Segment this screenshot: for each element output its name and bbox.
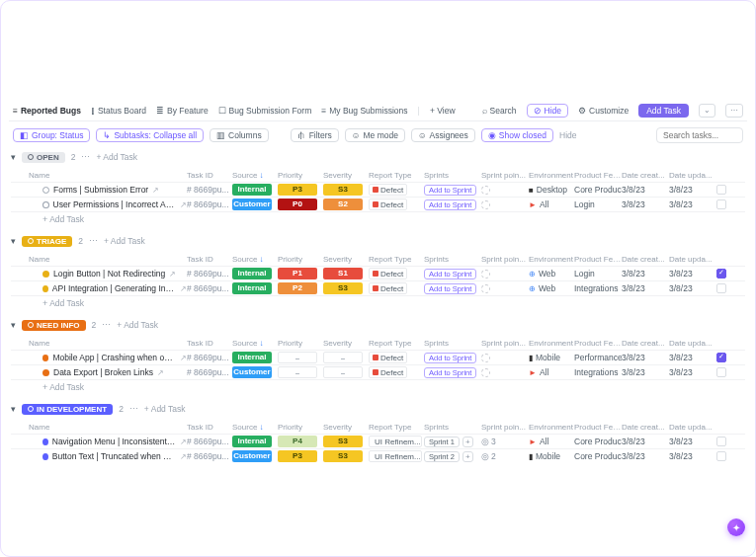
col-severity[interactable]: Severity xyxy=(323,255,369,264)
hide-link[interactable]: Hide xyxy=(559,130,576,140)
col-date-updated[interactable]: Date upda... xyxy=(669,423,716,432)
col-product-feature[interactable]: Product Feature xyxy=(574,423,622,432)
col-report-type[interactable]: Report Type xyxy=(369,255,424,264)
status-pill[interactable]: OPEN xyxy=(22,152,65,163)
severity-badge[interactable]: – xyxy=(323,366,363,378)
env-cell[interactable]: ▮Mobile xyxy=(529,353,574,362)
feature-cell[interactable]: Core Product xyxy=(574,185,622,195)
col-environment[interactable]: Environment xyxy=(529,171,574,180)
task-row[interactable]: Navigation Menu | Inconsistent Font Si..… xyxy=(11,434,745,448)
col-name[interactable]: Name xyxy=(29,423,187,432)
task-name[interactable]: User Permissions | Incorrect Access xyxy=(53,199,176,209)
source-badge[interactable]: Internal xyxy=(232,352,272,363)
group-more[interactable]: ⋯ xyxy=(129,404,138,414)
col-report-type[interactable]: Report Type xyxy=(369,423,424,432)
feature-cell[interactable]: Integrations xyxy=(574,283,622,293)
open-icon[interactable]: ↗ xyxy=(169,270,176,278)
task-name[interactable]: API Integration | Generating Incorrect .… xyxy=(52,283,176,293)
feature-cell[interactable]: Performance xyxy=(574,353,622,362)
severity-badge[interactable]: S2 xyxy=(323,199,363,210)
open-icon[interactable]: ↗ xyxy=(180,452,187,461)
open-icon[interactable]: ↗ xyxy=(180,200,187,209)
source-badge[interactable]: Internal xyxy=(232,268,272,279)
feature-cell[interactable]: Login xyxy=(574,269,622,278)
col-name[interactable]: Name xyxy=(29,339,187,348)
tab-by-feature[interactable]: ≣By Feature xyxy=(156,106,209,116)
col-severity[interactable]: Severity xyxy=(323,423,369,432)
add-task-inline[interactable]: + Add Task xyxy=(42,298,201,308)
tab-my-bug-submissions[interactable]: ≡My Bug Submissions xyxy=(321,106,407,116)
col-task-id[interactable]: Task ID xyxy=(187,423,232,432)
group-toggle[interactable]: ▾ xyxy=(11,152,16,162)
env-cell[interactable]: ▮Mobile xyxy=(529,451,574,461)
sprint-add-button[interactable]: + xyxy=(462,437,473,447)
col-date-created[interactable]: Date creat... xyxy=(622,423,669,432)
severity-badge[interactable]: S3 xyxy=(323,282,363,294)
open-icon[interactable]: ↗ xyxy=(180,354,187,362)
col-date-updated[interactable]: Date upda... xyxy=(669,171,716,180)
open-icon[interactable]: ↗ xyxy=(152,186,159,195)
col-product-feature[interactable]: Product Feature xyxy=(574,255,622,264)
report-type-tag[interactable]: Defect xyxy=(369,184,407,196)
col-source[interactable]: Source ↓ xyxy=(232,423,278,432)
col-name[interactable]: Name xyxy=(29,255,187,264)
group-toggle[interactable]: ▾ xyxy=(11,404,16,414)
col-name[interactable]: Name xyxy=(29,171,187,180)
hide-button[interactable]: ⊘Hide xyxy=(527,104,568,118)
sprint-points[interactable]: ◎2 xyxy=(481,451,496,461)
status-pill[interactable]: IN DEVELOPMENT xyxy=(22,404,113,415)
col-task-id[interactable]: Task ID xyxy=(187,171,232,180)
tab-bug-submission-form[interactable]: ☐Bug Submission Form xyxy=(218,106,312,116)
add-to-sprint-button[interactable]: Add to Sprint xyxy=(424,199,476,210)
col-sprint-points[interactable]: Sprint poin... xyxy=(481,339,529,348)
col-source[interactable]: Source ↓ xyxy=(232,339,278,348)
col-date-updated[interactable]: Date upda... xyxy=(669,255,716,264)
col-task-id[interactable]: Task ID xyxy=(187,339,232,348)
sprint-tag[interactable]: Sprint 2 xyxy=(424,451,460,462)
feature-cell[interactable]: Login xyxy=(574,199,622,209)
group-filter[interactable]: ◧Group: Status xyxy=(13,128,90,142)
col-severity[interactable]: Severity xyxy=(323,171,369,180)
sprint-add-button[interactable]: + xyxy=(462,451,473,462)
priority-badge[interactable]: P3 xyxy=(278,184,317,196)
col-report-type[interactable]: Report Type xyxy=(369,171,424,180)
done-checkbox[interactable] xyxy=(716,437,726,446)
add-task-inline[interactable]: + Add Task xyxy=(42,382,201,392)
add-to-sprint-button[interactable]: Add to Sprint xyxy=(424,269,476,279)
col-date-created[interactable]: Date creat... xyxy=(622,339,669,348)
task-row[interactable]: Mobile App | Crashing when opened↗ # 866… xyxy=(11,350,745,364)
tab-reported-bugs[interactable]: ≡Reported Bugs xyxy=(13,106,81,116)
add-view-button[interactable]: + View xyxy=(430,106,456,116)
col-sprints[interactable]: Sprints xyxy=(424,423,481,432)
tab-status-board[interactable]: ⫿Status Board xyxy=(91,106,146,116)
col-report-type[interactable]: Report Type xyxy=(369,339,424,348)
sprint-points[interactable]: ◎3 xyxy=(481,437,496,446)
done-checkbox[interactable] xyxy=(716,199,726,209)
col-source[interactable]: Source ↓ xyxy=(232,255,278,264)
severity-badge[interactable]: S3 xyxy=(323,436,363,447)
task-name[interactable]: Login Button | Not Redirecting xyxy=(53,269,165,278)
col-source[interactable]: Source ↓ xyxy=(232,171,278,180)
source-badge[interactable]: Customer xyxy=(232,450,272,462)
severity-badge[interactable]: – xyxy=(323,352,363,363)
search-button[interactable]: ⌕Search xyxy=(482,106,517,116)
col-priority[interactable]: Priority xyxy=(278,255,323,264)
done-checkbox[interactable] xyxy=(716,367,726,377)
filters-button[interactable]: ⫛Filters xyxy=(291,128,339,142)
done-checkbox[interactable] xyxy=(716,269,726,278)
open-icon[interactable]: ↗ xyxy=(180,438,187,446)
sprint-tag[interactable]: Sprint 1 xyxy=(424,437,460,447)
col-environment[interactable]: Environment xyxy=(529,423,574,432)
task-row[interactable]: User Permissions | Incorrect Access↗ # 8… xyxy=(11,197,745,211)
search-input[interactable] xyxy=(656,127,743,143)
report-type-tag[interactable]: Defect xyxy=(369,199,407,210)
col-product-feature[interactable]: Product Feature xyxy=(574,171,622,180)
severity-badge[interactable]: S3 xyxy=(323,184,363,196)
assignees-button[interactable]: ☺Assignees xyxy=(411,128,475,142)
col-environment[interactable]: Environment xyxy=(529,255,574,264)
source-badge[interactable]: Customer xyxy=(232,366,272,378)
env-cell[interactable]: ■Desktop xyxy=(529,185,574,195)
col-sprints[interactable]: Sprints xyxy=(424,171,481,180)
report-type-tag[interactable]: UI Refinem... xyxy=(369,436,422,447)
col-priority[interactable]: Priority xyxy=(278,339,323,348)
